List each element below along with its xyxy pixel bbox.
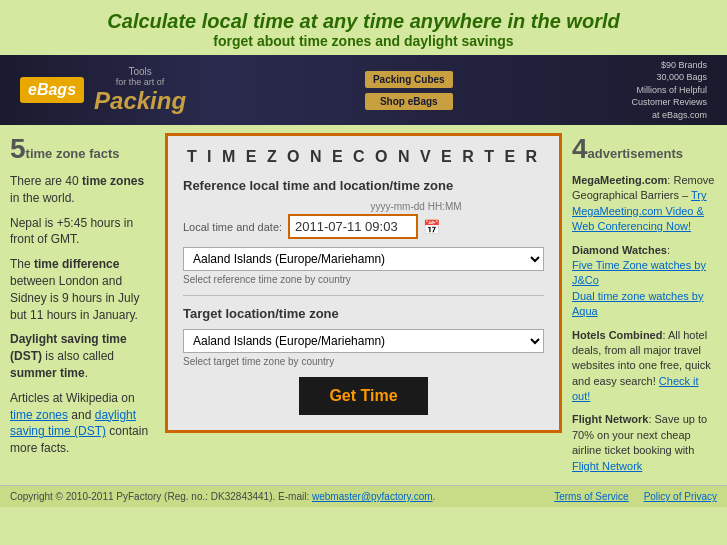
main-content: 5time zone facts There are 40 time zones… [0,133,727,479]
target-section-label: Target location/time zone [183,306,544,321]
ad-megameeting: MegaMeeting.com: Remove Geographical Bar… [572,173,717,235]
fact-4: Daylight saving time (DST) is also calle… [10,331,155,381]
shop-ebags-btn[interactable]: Shop eBags [365,93,453,110]
ads-number: 4 [572,133,588,164]
footer-left: Copyright © 2010-2011 PyFactory (Reg. no… [10,491,435,502]
ad-flight: Flight Network: Save up to 70% on your n… [572,412,717,474]
facts-title: time zone facts [26,146,120,161]
ads-column: 4advertisements MegaMeeting.com: Remove … [572,133,717,474]
banner-left: eBags Tools for the art of Packing [20,66,186,115]
ad-diamond: Diamond Watches: Five Time Zone watches … [572,243,717,320]
date-field-row: Local time and date: 📅 [183,214,544,239]
footer-right: Terms of Service Policy of Privacy [554,491,717,502]
facts-header: 5time zone facts [10,133,155,165]
ref-section-label: Reference local time and location/time z… [183,178,544,193]
target-tz-wrapper: Aaland Islands (Europe/Mariehamn) Select… [183,329,544,367]
tools-top: Tools [94,66,186,77]
mega-link[interactable]: Try MegaMeeting.com Video & Web Conferen… [572,189,707,232]
fact-2: Nepal is +5:45 hours in front of GMT. [10,215,155,249]
tools-mid: for the art of [94,77,186,87]
date-hint: yyyy-mm-dd HH:MM [288,201,544,212]
ads-header: 4advertisements [572,133,717,165]
packing-text: Packing [94,87,186,115]
fact-5: Articles at Wikipedia on time zones and … [10,390,155,457]
calendar-icon[interactable]: 📅 [423,219,440,235]
terms-link[interactable]: Terms of Service [554,491,628,502]
ref-timezone-select[interactable]: Aaland Islands (Europe/Mariehamn) [183,247,544,271]
ref-tz-wrapper: Aaland Islands (Europe/Mariehamn) Select… [183,247,544,285]
mega-intro: MegaMeeting.com [572,174,667,186]
ebags-logo: eBags [20,77,84,103]
flight-intro: Flight Network [572,413,648,425]
banner-tagline: Tools for the art of Packing [94,66,186,115]
target-timezone-select[interactable]: Aaland Islands (Europe/Mariehamn) [183,329,544,353]
copyright-text: Copyright © 2010-2011 PyFactory (Reg. no… [10,491,309,502]
flight-link[interactable]: Flight Network [572,460,642,472]
converter-box: T I M E Z O N E C O N V E R T E R Refere… [165,133,562,433]
date-input[interactable] [288,214,418,239]
ads-title: advertisements [588,146,683,161]
diamond-link1[interactable]: Five Time Zone watches by J&Co [572,259,706,286]
fact-1: There are 40 time zones in the world. [10,173,155,207]
packing-cubes-btn[interactable]: Packing Cubes [365,71,453,88]
sub-title: forget about time zones and daylight sav… [10,33,717,49]
divider [183,295,544,296]
privacy-link[interactable]: Policy of Privacy [644,491,717,502]
fact-3: The time difference between London and S… [10,256,155,323]
page-header: Calculate local time at any time anywher… [0,0,727,55]
ref-tz-hint: Select reference time zone by country [183,274,544,285]
target-tz-hint: Select target time zone by country [183,356,544,367]
get-time-button[interactable]: Get Time [299,377,427,415]
hotels-link[interactable]: Check it out! [572,375,699,402]
diamond-link2[interactable]: Dual time zone watches by Aqua [572,290,703,317]
page-footer: Copyright © 2010-2011 PyFactory (Reg. no… [0,485,727,507]
facts-number: 5 [10,133,26,164]
date-label: Local time and date: [183,221,283,233]
hotels-intro: Hotels Combined [572,329,662,341]
diamond-intro: Diamond Watches [572,244,667,256]
footer-email[interactable]: webmaster@pyfactory.com [312,491,433,502]
facts-column: 5time zone facts There are 40 time zones… [10,133,155,474]
ad-banner: eBags Tools for the art of Packing Packi… [0,55,727,125]
ad-hotels: Hotels Combined: All hotel deals, from a… [572,328,717,405]
converter-title: T I M E Z O N E C O N V E R T E R [183,148,544,166]
banner-side-text: $90 Brands30,000 BagsMillions of Helpful… [631,59,707,122]
time-zones-link[interactable]: time zones [10,408,68,422]
banner-right: Packing Cubes Shop eBags [365,71,453,110]
converter-column: T I M E Z O N E C O N V E R T E R Refere… [165,133,562,474]
main-title: Calculate local time at any time anywher… [10,10,717,33]
